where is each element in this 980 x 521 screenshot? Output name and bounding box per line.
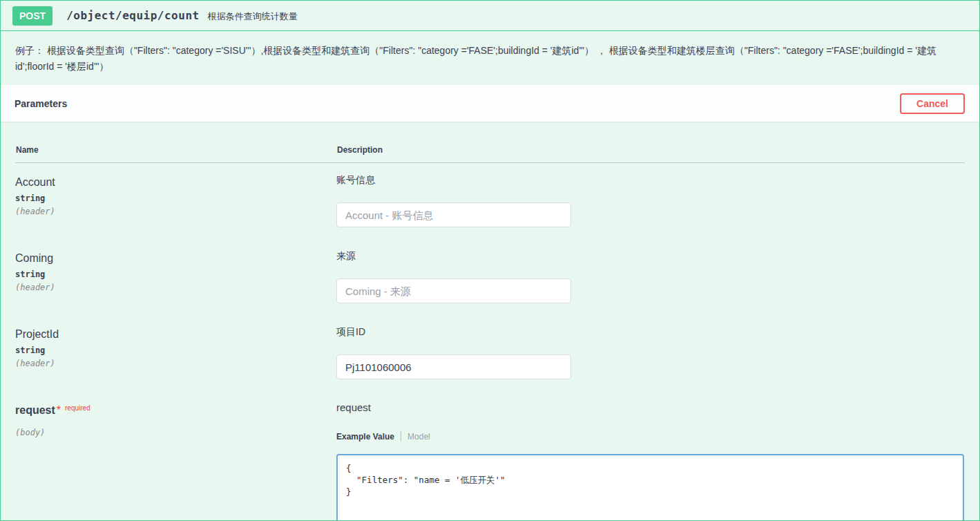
parameter-row-projectid: ProjectId string (header) 项目ID — [15, 315, 965, 391]
parameter-description: 账号信息 — [336, 173, 965, 187]
http-method-badge: POST — [12, 6, 52, 26]
account-input[interactable] — [336, 202, 571, 227]
body-tabs: Example Value Model — [336, 431, 965, 442]
coming-input[interactable] — [336, 278, 571, 303]
parameter-name: ProjectId — [15, 328, 336, 341]
tab-divider — [401, 431, 401, 442]
parameter-row-request: request*required (body) request Example … — [15, 391, 965, 521]
endpoint-path: /object/equip/count — [66, 9, 200, 22]
parameter-description: request — [336, 401, 965, 415]
table-header-row: Name Description — [15, 122, 965, 163]
parameter-location: (header) — [15, 283, 336, 292]
cancel-button[interactable]: Cancel — [900, 93, 965, 114]
operation-summary[interactable]: POST /object/equip/count 根据条件查询统计数量 — [1, 1, 979, 31]
tab-example-value[interactable]: Example Value — [336, 432, 394, 442]
parameter-name: Coming — [15, 252, 336, 265]
parameter-row-account: Account string (header) 账号信息 — [15, 163, 965, 239]
parameter-name: Account — [15, 176, 336, 189]
parameter-description: 项目ID — [336, 325, 965, 339]
operation-description: 例子： 根据设备类型查询（"Filters": "category ='SISU… — [1, 31, 979, 85]
required-asterisk: * — [57, 404, 61, 416]
tab-model[interactable]: Model — [407, 432, 430, 442]
parameter-type: string — [15, 193, 336, 203]
parameter-row-coming: Coming string (header) 来源 — [15, 239, 965, 315]
parameter-location: (header) — [15, 207, 336, 216]
parameter-location: (body) — [15, 428, 336, 437]
projectid-input[interactable] — [336, 354, 571, 379]
column-header-name: Name — [15, 122, 336, 162]
parameter-location: (header) — [15, 359, 336, 368]
parameters-table: Name Description Account string (header)… — [1, 122, 979, 521]
parameters-section-header: Parameters Cancel — [1, 85, 979, 122]
parameters-title: Parameters — [15, 98, 67, 109]
parameter-type: string — [15, 345, 336, 355]
request-body-editor[interactable]: { "Filters": "name = '低压开关'" } — [336, 454, 964, 521]
endpoint-summary: 根据条件查询统计数量 — [208, 9, 298, 23]
required-label: required — [65, 404, 90, 412]
parameter-name: request — [15, 404, 55, 416]
api-operation-block: POST /object/equip/count 根据条件查询统计数量 例子： … — [0, 0, 980, 521]
column-header-description: Description — [336, 122, 965, 162]
parameter-description: 来源 — [336, 249, 965, 263]
parameter-type: string — [15, 269, 336, 279]
